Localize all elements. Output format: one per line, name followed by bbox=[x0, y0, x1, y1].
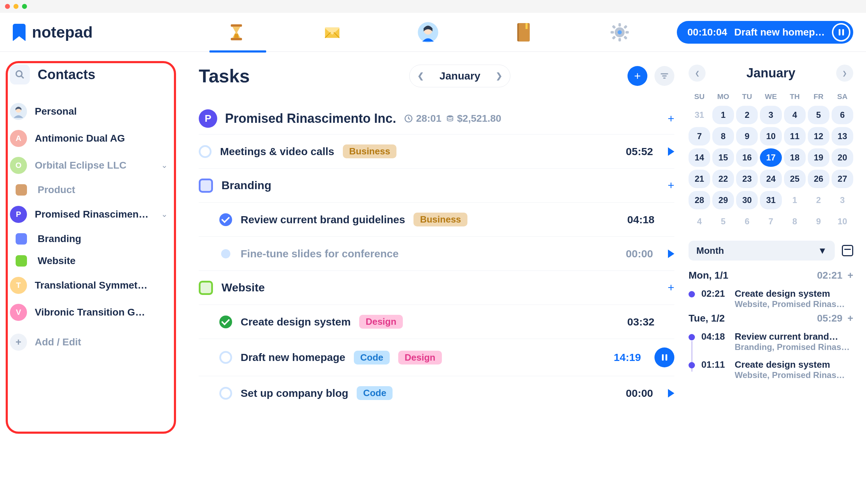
chevron-down-icon[interactable]: ⌄ bbox=[161, 161, 168, 170]
timesheet-entry[interactable]: 02:21Create design systemWebsite, Promis… bbox=[689, 288, 853, 309]
task-checkbox[interactable] bbox=[219, 351, 232, 364]
calendar-day[interactable]: 9 bbox=[808, 212, 829, 231]
month-selector[interactable]: ❮ January ❯ bbox=[409, 65, 510, 87]
calendar-day[interactable]: 7 bbox=[689, 127, 710, 146]
calendar-day[interactable]: 6 bbox=[832, 106, 853, 124]
task-checkbox[interactable] bbox=[219, 316, 232, 328]
calendar-day[interactable]: 3 bbox=[760, 106, 782, 124]
task-row[interactable]: Fine-tune slides for conference00:00 bbox=[199, 236, 674, 270]
calendar-day[interactable]: 1 bbox=[712, 106, 734, 124]
calendar-day[interactable]: 4 bbox=[689, 212, 710, 231]
calendar-day[interactable]: 8 bbox=[712, 127, 734, 146]
calendar-day[interactable]: 2 bbox=[808, 191, 829, 209]
timesheet-add-button[interactable]: + bbox=[848, 270, 853, 281]
sidebar-sub-item[interactable]: Website bbox=[10, 250, 168, 272]
add-task-button[interactable]: + bbox=[627, 66, 647, 86]
calendar-icon-button[interactable] bbox=[842, 245, 853, 256]
task-row[interactable]: Set up company blogCode00:00 bbox=[199, 376, 674, 410]
calendar-day[interactable]: 14 bbox=[689, 148, 710, 167]
calendar-day[interactable]: 24 bbox=[760, 170, 782, 188]
range-select[interactable]: Month ▼ bbox=[689, 241, 835, 261]
window-minimize-button[interactable] bbox=[13, 4, 18, 9]
calendar-day[interactable]: 22 bbox=[712, 170, 734, 188]
calendar-day[interactable]: 31 bbox=[760, 191, 782, 209]
task-row[interactable]: Meetings & video callsBusiness05:52 bbox=[199, 134, 674, 168]
calendar-next-button[interactable]: ❯ bbox=[836, 65, 853, 82]
company-add-button[interactable]: + bbox=[668, 112, 674, 125]
task-row[interactable]: Create design systemDesign03:32 bbox=[199, 305, 674, 339]
nav-tab-mail[interactable] bbox=[322, 22, 343, 43]
calendar-day[interactable]: 9 bbox=[736, 127, 758, 146]
play-button[interactable] bbox=[668, 250, 674, 258]
section-add-button[interactable]: + bbox=[668, 179, 674, 192]
calendar-day[interactable]: 10 bbox=[832, 212, 853, 231]
calendar-day[interactable]: 25 bbox=[784, 170, 806, 188]
sidebar-sub-item[interactable]: Branding bbox=[10, 228, 168, 250]
calendar-day[interactable]: 23 bbox=[736, 170, 758, 188]
sidebar-search-button[interactable] bbox=[10, 65, 30, 84]
calendar-day[interactable]: 6 bbox=[736, 212, 758, 231]
sidebar-sub-item[interactable]: Product bbox=[10, 179, 168, 201]
timesheet-add-button[interactable]: + bbox=[848, 313, 853, 324]
calendar-day[interactable]: 1 bbox=[784, 191, 806, 209]
calendar-day[interactable]: 11 bbox=[784, 127, 806, 146]
sidebar-item[interactable]: AAntimonic Dual AG bbox=[10, 125, 168, 152]
calendar-day[interactable]: 13 bbox=[832, 127, 853, 146]
play-button[interactable] bbox=[668, 389, 674, 398]
calendar-prev-button[interactable]: ❮ bbox=[689, 65, 706, 82]
calendar-day[interactable]: 5 bbox=[808, 106, 829, 124]
task-row[interactable]: Draft new homepageCodeDesign14:19 bbox=[199, 339, 674, 376]
calendar-day[interactable]: 10 bbox=[760, 127, 782, 146]
task-checkbox[interactable] bbox=[219, 387, 232, 400]
calendar-day[interactable]: 31 bbox=[689, 106, 710, 124]
calendar-day[interactable]: 18 bbox=[784, 148, 806, 167]
nav-tab-notes[interactable] bbox=[513, 22, 535, 43]
timesheet-entry[interactable]: 04:18Review current brand…Branding, Prom… bbox=[689, 331, 853, 352]
sidebar-item[interactable]: VVibronic Transition G… bbox=[10, 299, 168, 326]
section-add-button[interactable]: + bbox=[668, 281, 674, 294]
calendar-day[interactable]: 17 bbox=[760, 148, 782, 167]
sidebar-add-edit-button[interactable]: + Add / Edit bbox=[10, 326, 168, 351]
calendar-day[interactable]: 12 bbox=[808, 127, 829, 146]
month-next-button[interactable]: ❯ bbox=[496, 71, 502, 81]
calendar-day[interactable]: 28 bbox=[689, 191, 710, 209]
task-checkbox[interactable] bbox=[221, 249, 230, 258]
calendar-day[interactable]: 7 bbox=[760, 212, 782, 231]
calendar-day[interactable]: 16 bbox=[736, 148, 758, 167]
calendar-day[interactable]: 19 bbox=[808, 148, 829, 167]
nav-tab-settings[interactable] bbox=[609, 22, 630, 43]
task-row[interactable]: Branding+ bbox=[199, 168, 674, 202]
month-prev-button[interactable]: ❮ bbox=[417, 71, 424, 81]
window-close-button[interactable] bbox=[5, 4, 10, 9]
calendar-day[interactable]: 20 bbox=[832, 148, 853, 167]
calendar-day[interactable]: 26 bbox=[808, 170, 829, 188]
calendar-day[interactable]: 21 bbox=[689, 170, 710, 188]
calendar-day[interactable]: 5 bbox=[712, 212, 734, 231]
chevron-down-icon[interactable]: ⌄ bbox=[161, 210, 168, 219]
task-checkbox[interactable] bbox=[219, 213, 232, 226]
calendar-day[interactable]: 27 bbox=[832, 170, 853, 188]
sidebar-item[interactable]: Personal bbox=[10, 98, 168, 125]
active-timer-pill[interactable]: 00:10:04 Draft new homep… bbox=[677, 21, 853, 44]
calendar-day[interactable]: 30 bbox=[736, 191, 758, 209]
timer-pause-button[interactable] bbox=[832, 23, 850, 42]
window-maximize-button[interactable] bbox=[22, 4, 27, 9]
timesheet-entry[interactable]: 01:11Create design systemWebsite, Promis… bbox=[689, 359, 853, 380]
filter-button[interactable] bbox=[654, 66, 674, 86]
calendar-day[interactable]: 2 bbox=[736, 106, 758, 124]
task-row[interactable]: Review current brand guidelinesBusiness0… bbox=[199, 202, 674, 236]
calendar-day[interactable]: 3 bbox=[832, 191, 853, 209]
calendar-day[interactable]: 8 bbox=[784, 212, 806, 231]
sidebar-item[interactable]: PPromised Rinascimen…⌄ bbox=[10, 201, 168, 228]
task-checkbox[interactable] bbox=[199, 145, 212, 158]
calendar-day[interactable]: 15 bbox=[712, 148, 734, 167]
sidebar-item[interactable]: OOrbital Eclipse LLC⌄ bbox=[10, 152, 168, 179]
calendar-day[interactable]: 29 bbox=[712, 191, 734, 209]
task-row[interactable]: Website+ bbox=[199, 270, 674, 305]
calendar-day[interactable]: 4 bbox=[784, 106, 806, 124]
sidebar-item[interactable]: TTranslational Symmet… bbox=[10, 272, 168, 299]
pause-button[interactable] bbox=[654, 347, 674, 367]
play-button[interactable] bbox=[668, 147, 674, 156]
nav-tab-tasks[interactable] bbox=[226, 22, 247, 43]
nav-tab-profile[interactable] bbox=[417, 22, 439, 43]
